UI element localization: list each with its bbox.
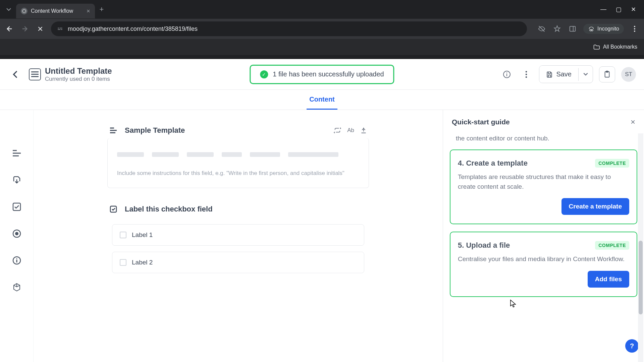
svg-point-15 (526, 76, 527, 78)
check-circle-icon: ✓ (260, 70, 268, 78)
create-template-button[interactable]: Create a template (561, 198, 629, 215)
export-icon[interactable] (360, 127, 367, 134)
main-area: Sample Template Ab Include some instruct… (0, 110, 644, 362)
new-tab-button[interactable]: + (100, 5, 104, 14)
content-skeleton (108, 138, 369, 166)
save-icon (546, 71, 553, 78)
guide-step-desc: Templates are reusable structures that m… (458, 172, 629, 191)
sidebar-close-icon[interactable]: × (631, 117, 635, 127)
text-field-icon[interactable] (10, 147, 23, 160)
field-title[interactable]: Sample Template (125, 126, 328, 135)
field-instructions[interactable]: Include some instructions for this field… (108, 166, 369, 188)
add-files-button[interactable]: Add files (588, 271, 629, 288)
svg-rect-30 (110, 206, 116, 212)
checkbox-icon (109, 205, 119, 213)
guide-step-title: 5. Upload a file (458, 241, 510, 250)
tab-title: Content Workflow (31, 8, 73, 14)
field-title[interactable]: Label this checkbox field (125, 205, 367, 214)
complete-badge: COMPLETE (595, 159, 629, 168)
bookmark-star-icon[interactable] (552, 25, 562, 33)
char-count-toggle[interactable]: Ab (347, 127, 354, 134)
close-window-icon[interactable]: ✕ (631, 6, 636, 13)
svg-point-7 (634, 26, 635, 27)
checkbox-option[interactable]: Label 2 (112, 252, 364, 273)
site-settings-icon[interactable] (57, 26, 63, 32)
svg-rect-1 (58, 28, 59, 28)
component-field-icon[interactable] (10, 281, 23, 294)
incognito-label: Incognito (597, 26, 619, 32)
partial-step-text: the content editor or content hub. (450, 134, 637, 149)
checkbox-input[interactable] (120, 232, 126, 238)
info-button[interactable] (500, 68, 514, 81)
text-field-card[interactable]: Sample Template Ab Include some instruct… (107, 123, 369, 188)
guide-step-4: 4. Create a template COMPLETE Templates … (450, 149, 637, 224)
nav-forward-icon[interactable] (20, 25, 30, 33)
checkbox-input[interactable] (120, 259, 126, 266)
window-controls: — ▢ ✕ (600, 6, 640, 13)
toast-message: 1 file has been successfully uploaded (273, 70, 384, 78)
guidelines-field-icon[interactable] (10, 254, 23, 267)
user-avatar[interactable]: ST (621, 67, 636, 82)
save-button[interactable]: Save (539, 66, 578, 83)
assign-button[interactable] (599, 66, 615, 82)
template-icon (29, 68, 41, 80)
save-button-group: Save (539, 65, 593, 83)
radio-field-icon[interactable] (10, 227, 23, 240)
nav-bar: moodjoy.gathercontent.com/content/385819… (0, 19, 644, 39)
svg-point-14 (526, 73, 527, 75)
browser-menu-icon[interactable] (630, 25, 639, 32)
svg-point-0 (22, 9, 26, 13)
svg-point-23 (15, 232, 18, 235)
svg-point-9 (634, 31, 635, 32)
minimize-icon[interactable]: — (600, 6, 606, 13)
svg-rect-3 (58, 29, 60, 30)
tab-content[interactable]: Content (307, 90, 337, 110)
folder-icon (593, 44, 600, 50)
help-bubble-button[interactable]: ? (625, 339, 639, 353)
svg-point-11 (506, 72, 507, 73)
editor-canvas: Sample Template Ab Include some instruct… (34, 110, 443, 362)
svg-rect-4 (61, 29, 62, 30)
panel-icon[interactable] (568, 25, 577, 33)
sidebar-scrollbar[interactable] (638, 133, 643, 362)
incognito-indicator[interactable]: Incognito (583, 24, 624, 34)
tab-close-icon[interactable]: × (87, 8, 90, 15)
checkbox-option-label: Label 1 (132, 231, 153, 239)
browser-tab[interactable]: Content Workflow × (16, 4, 95, 18)
url-text: moodjoy.gathercontent.com/content/385819… (68, 25, 198, 33)
checkbox-option[interactable]: Label 1 (112, 224, 364, 246)
text-align-icon (109, 127, 119, 134)
attachment-field-icon[interactable] (10, 174, 23, 186)
checkbox-field-card[interactable]: Label this checkbox field Label 1 Label … (107, 201, 369, 281)
all-bookmarks-link[interactable]: All Bookmarks (603, 44, 637, 50)
maximize-icon[interactable]: ▢ (616, 6, 622, 13)
page-subtitle: Currently used on 0 items (45, 76, 112, 82)
save-dropdown-button[interactable] (578, 68, 593, 81)
app-header: Untitled Template Currently used on 0 it… (0, 59, 644, 90)
sidebar-title: Quick-start guide (452, 118, 510, 126)
svg-point-8 (634, 28, 635, 29)
field-type-rail (0, 110, 34, 362)
svg-rect-2 (60, 28, 62, 28)
more-options-button[interactable] (520, 68, 533, 81)
svg-rect-12 (506, 74, 507, 76)
back-button[interactable] (8, 67, 23, 82)
svg-point-25 (16, 258, 17, 259)
nav-stop-icon[interactable] (36, 25, 45, 32)
checkbox-field-icon[interactable] (10, 200, 23, 213)
nav-back-icon[interactable] (5, 25, 14, 33)
scrollbar-thumb[interactable] (639, 241, 643, 314)
svg-rect-5 (570, 26, 576, 32)
quick-start-sidebar: Quick-start guide × the content editor o… (443, 110, 644, 362)
address-bar[interactable]: moodjoy.gathercontent.com/content/385819… (51, 21, 527, 36)
tab-list-dropdown[interactable] (4, 5, 13, 14)
content-tabs: Content (0, 90, 644, 110)
browser-chrome: Content Workflow × + — ▢ ✕ moodjoy.gathe… (0, 0, 644, 59)
tab-bar: Content Workflow × + — ▢ ✕ (0, 0, 644, 19)
eye-off-icon[interactable] (537, 25, 546, 33)
svg-rect-21 (13, 203, 20, 210)
guide-step-desc: Centralise your files and media library … (458, 254, 629, 264)
svg-point-13 (526, 71, 527, 72)
success-toast: ✓ 1 file has been successfully uploaded (250, 65, 394, 84)
repeatable-icon[interactable] (334, 127, 341, 133)
